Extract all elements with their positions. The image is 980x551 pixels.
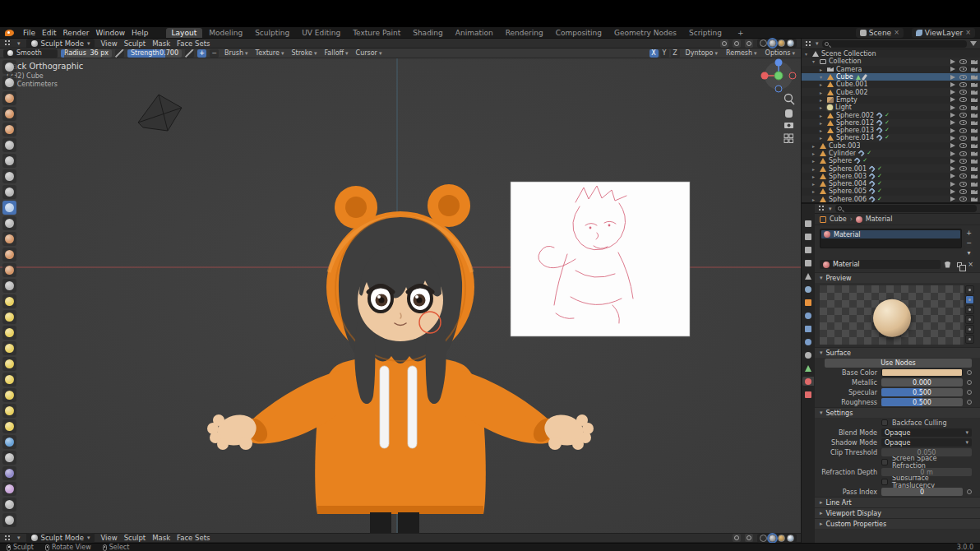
scene-unlink-button[interactable]: ×	[894, 29, 899, 36]
visibility-eye-icon[interactable]	[959, 197, 967, 201]
symmetry-y-toggle[interactable]: Y	[660, 49, 669, 58]
radius-slider[interactable]: Radius 36 px	[61, 49, 112, 58]
properties-tab-physics[interactable]	[802, 337, 814, 346]
visibility-eye-icon[interactable]	[959, 166, 967, 171]
duplicate-material-button[interactable]	[955, 261, 964, 269]
render-visibility-icon[interactable]	[971, 159, 978, 164]
viewport-menu-view[interactable]: View	[100, 39, 117, 48]
expand-arrow-icon[interactable]: ▸	[820, 90, 825, 95]
popover-cursor[interactable]: Cursor▾	[354, 49, 385, 57]
shading-solid-button[interactable]	[769, 39, 776, 47]
tool-inflate[interactable]	[2, 154, 16, 168]
outliner-row-cube-002[interactable]: ▸Cube.002	[802, 88, 980, 95]
selectable-icon[interactable]	[950, 82, 955, 87]
workspace-tab-uv-editing[interactable]: UV Editing	[296, 28, 346, 38]
tool-layer[interactable]	[2, 138, 16, 152]
visibility-eye-icon[interactable]	[959, 59, 967, 64]
tool-boundary[interactable]	[2, 419, 16, 433]
gizmos-toggle-icon[interactable]	[720, 39, 728, 48]
outliner-search-input[interactable]	[822, 40, 967, 48]
workspace-tab-geometry-nodes[interactable]: Geometry Nodes	[608, 28, 682, 38]
viewport-3d[interactable]: Back Orthographic (232) Cube 10 Centimet…	[0, 58, 801, 533]
tool-crease[interactable]	[2, 185, 16, 199]
outliner-row-camera[interactable]: ▸Camera	[802, 66, 980, 73]
view-layer-unlink-button[interactable]: ×	[965, 29, 971, 36]
selectable-icon[interactable]	[950, 189, 955, 194]
expand-arrow-icon[interactable]: ▸	[820, 127, 825, 133]
properties-tab-modifiers[interactable]	[802, 311, 814, 320]
mode-selector[interactable]: Sculpt Mode ▾	[26, 533, 95, 543]
direction-subtract-button[interactable]: −	[210, 49, 219, 58]
visibility-eye-icon[interactable]	[959, 174, 967, 178]
add-workspace-button[interactable]: +	[734, 29, 747, 37]
render-visibility-icon[interactable]	[971, 105, 978, 110]
render-visibility-icon[interactable]	[971, 59, 978, 64]
visibility-eye-icon[interactable]	[959, 113, 967, 118]
preview-cube-button[interactable]	[965, 305, 974, 314]
visibility-eye-icon[interactable]	[959, 182, 967, 187]
selectable-icon[interactable]	[950, 151, 955, 156]
editor-type-icon[interactable]	[4, 39, 12, 47]
preview-sphere-button[interactable]	[965, 295, 974, 304]
selectable-icon[interactable]	[950, 166, 955, 171]
render-visibility-icon[interactable]	[971, 197, 978, 201]
expand-arrow-icon[interactable]: ▾	[812, 58, 817, 64]
expand-arrow-icon[interactable]: ▸	[820, 120, 825, 126]
viewport-menu-sculpt[interactable]: Sculpt	[124, 39, 146, 48]
unlink-material-button[interactable]: ×	[966, 261, 975, 269]
selectable-icon[interactable]	[950, 143, 955, 148]
outliner-row-sphere-004[interactable]: ▸Sphere.004✓	[802, 180, 980, 188]
tool-elastic-deform[interactable]	[2, 310, 16, 324]
tool-pinch[interactable]	[2, 279, 16, 293]
visibility-eye-icon[interactable]	[959, 143, 967, 148]
symmetry-z-toggle[interactable]: Z	[671, 49, 680, 58]
workspace-tab-texture-paint[interactable]: Texture Paint	[347, 28, 406, 38]
outliner-row-scene-collection[interactable]: ▾Scene Collection	[802, 50, 980, 58]
visibility-eye-icon[interactable]	[959, 159, 967, 164]
properties-tab-particles[interactable]	[802, 324, 814, 333]
menu-help[interactable]: Help	[129, 29, 151, 37]
properties-tab-material[interactable]	[802, 377, 814, 386]
visibility-eye-icon[interactable]	[959, 120, 967, 125]
menu-render[interactable]: Render	[61, 29, 92, 37]
scene-selector[interactable]: Scene ×	[856, 28, 904, 38]
render-visibility-icon[interactable]	[971, 166, 978, 171]
viewport-menu-face-sets[interactable]: Face Sets	[177, 534, 210, 542]
expand-arrow-icon[interactable]: ▸	[820, 67, 825, 72]
material-name-field[interactable]: Material	[820, 260, 941, 269]
expand-arrow-icon[interactable]: ▸	[812, 181, 817, 187]
properties-tab-texture[interactable]	[802, 390, 814, 399]
outliner-row-sphere-014[interactable]: ▸Sphere.014✓	[802, 134, 980, 141]
outliner-row-sphere-012[interactable]: ▸Sphere.012✓	[802, 119, 980, 127]
shading-wireframe-button[interactable]	[760, 39, 767, 47]
outliner-row-empty[interactable]: ▸Empty	[802, 96, 980, 104]
breadcrumb-data[interactable]: Material	[866, 215, 893, 223]
gizmos-toggle-icon[interactable]	[733, 534, 741, 542]
visibility-eye-icon[interactable]	[959, 189, 967, 194]
properties-tab-view-layer[interactable]	[802, 258, 814, 267]
properties-tab-tool[interactable]	[802, 219, 814, 228]
viewport-menu-sculpt[interactable]: Sculpt	[124, 534, 146, 542]
render-visibility-icon[interactable]	[971, 128, 978, 133]
camera-view-icon[interactable]	[784, 123, 793, 128]
preview-hair-button[interactable]	[965, 315, 974, 324]
outliner-row-cube[interactable]: ▾Cube	[802, 73, 980, 81]
selectable-icon[interactable]	[950, 182, 955, 187]
expand-arrow-icon[interactable]: ▸	[820, 81, 825, 87]
properties-tab-world[interactable]	[802, 285, 814, 294]
backface-culling-checkbox[interactable]	[881, 419, 888, 426]
subsurface-translucency-checkbox[interactable]	[881, 479, 888, 485]
pass-index-field[interactable]: 0	[881, 488, 963, 496]
shading-rendered-button[interactable]	[787, 39, 794, 47]
base-color-swatch[interactable]	[881, 368, 963, 377]
shading-rendered-button[interactable]	[787, 535, 794, 542]
outliner-row-sphere[interactable]: ▸Sphere✓	[802, 157, 980, 164]
popover-options[interactable]: Options▾	[763, 49, 797, 57]
outliner-editor-icon[interactable]	[805, 40, 812, 48]
slot-specials-button[interactable]: ▾	[964, 248, 973, 257]
outliner-row-collection[interactable]: ▾Collection	[802, 58, 980, 65]
properties-tab-object-data[interactable]	[802, 363, 814, 373]
properties-tab-render[interactable]	[802, 232, 814, 241]
render-visibility-icon[interactable]	[971, 143, 978, 148]
breadcrumb-object[interactable]: Cube	[830, 215, 847, 223]
